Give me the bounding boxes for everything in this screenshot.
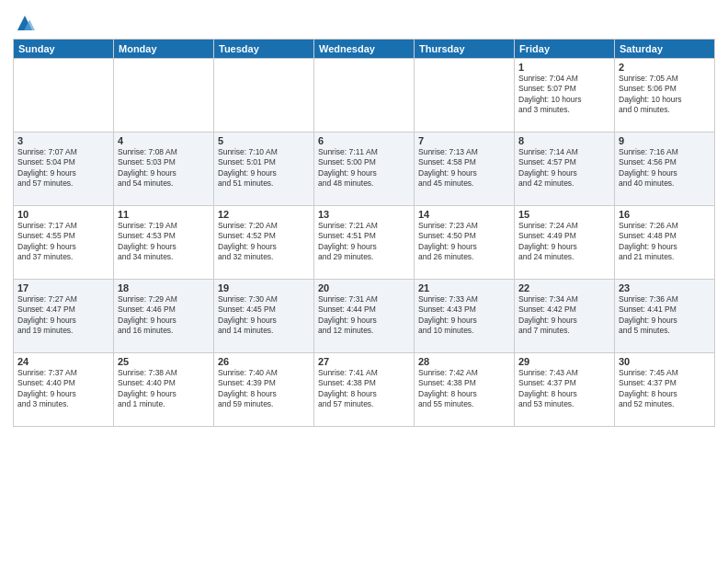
day-info: Sunrise: 7:08 AM Sunset: 5:03 PM Dayligh… xyxy=(118,147,210,190)
calendar-cell: 29Sunrise: 7:43 AM Sunset: 4:37 PM Dayli… xyxy=(515,353,615,427)
day-number: 18 xyxy=(118,282,210,293)
page: SundayMondayTuesdayWednesdayThursdayFrid… xyxy=(0,0,728,563)
day-number: 27 xyxy=(318,356,410,367)
day-info: Sunrise: 7:19 AM Sunset: 4:53 PM Dayligh… xyxy=(118,221,210,263)
day-number: 17 xyxy=(17,282,109,293)
calendar-cell: 30Sunrise: 7:45 AM Sunset: 4:37 PM Dayli… xyxy=(615,353,715,427)
day-number: 10 xyxy=(17,209,109,220)
calendar-cell xyxy=(114,59,214,132)
calendar-cell: 8Sunrise: 7:14 AM Sunset: 4:57 PM Daylig… xyxy=(515,132,615,206)
day-number: 12 xyxy=(218,209,310,220)
day-number: 25 xyxy=(118,356,210,367)
day-info: Sunrise: 7:36 AM Sunset: 4:41 PM Dayligh… xyxy=(619,294,711,337)
day-info: Sunrise: 7:23 AM Sunset: 4:50 PM Dayligh… xyxy=(418,221,510,263)
day-info: Sunrise: 7:40 AM Sunset: 4:39 PM Dayligh… xyxy=(218,368,310,410)
day-info: Sunrise: 7:33 AM Sunset: 4:43 PM Dayligh… xyxy=(418,294,510,337)
day-info: Sunrise: 7:10 AM Sunset: 5:01 PM Dayligh… xyxy=(218,147,310,190)
day-number: 15 xyxy=(518,209,610,220)
col-header-saturday: Saturday xyxy=(615,40,715,59)
col-header-thursday: Thursday xyxy=(415,40,515,59)
day-info: Sunrise: 7:37 AM Sunset: 4:40 PM Dayligh… xyxy=(17,368,109,410)
day-number: 24 xyxy=(17,356,109,367)
week-row-2: 3Sunrise: 7:07 AM Sunset: 5:04 PM Daylig… xyxy=(14,132,715,206)
calendar-cell xyxy=(14,59,114,132)
header xyxy=(13,9,715,33)
day-info: Sunrise: 7:31 AM Sunset: 4:44 PM Dayligh… xyxy=(318,294,410,337)
day-number: 13 xyxy=(318,209,410,220)
calendar-cell xyxy=(214,59,314,132)
calendar-cell: 5Sunrise: 7:10 AM Sunset: 5:01 PM Daylig… xyxy=(214,132,314,206)
calendar-cell: 9Sunrise: 7:16 AM Sunset: 4:56 PM Daylig… xyxy=(615,132,715,206)
day-number: 23 xyxy=(619,282,711,293)
calendar-cell: 19Sunrise: 7:30 AM Sunset: 4:45 PM Dayli… xyxy=(214,280,314,353)
calendar-cell: 7Sunrise: 7:13 AM Sunset: 4:58 PM Daylig… xyxy=(415,132,515,206)
day-info: Sunrise: 7:30 AM Sunset: 4:45 PM Dayligh… xyxy=(218,294,310,337)
day-number: 6 xyxy=(318,135,410,146)
calendar-cell: 27Sunrise: 7:41 AM Sunset: 4:38 PM Dayli… xyxy=(314,353,415,427)
logo-icon xyxy=(15,13,35,33)
calendar-cell: 1Sunrise: 7:04 AM Sunset: 5:07 PM Daylig… xyxy=(515,59,615,132)
calendar-cell: 23Sunrise: 7:36 AM Sunset: 4:41 PM Dayli… xyxy=(615,280,715,353)
day-info: Sunrise: 7:45 AM Sunset: 4:37 PM Dayligh… xyxy=(619,368,711,410)
calendar-table: SundayMondayTuesdayWednesdayThursdayFrid… xyxy=(13,39,715,427)
day-info: Sunrise: 7:17 AM Sunset: 4:55 PM Dayligh… xyxy=(17,221,109,263)
logo xyxy=(13,13,35,33)
day-info: Sunrise: 7:26 AM Sunset: 4:48 PM Dayligh… xyxy=(619,221,711,263)
day-number: 22 xyxy=(518,282,610,293)
day-number: 21 xyxy=(418,282,510,293)
day-number: 26 xyxy=(218,356,310,367)
day-number: 11 xyxy=(118,209,210,220)
day-info: Sunrise: 7:41 AM Sunset: 4:38 PM Dayligh… xyxy=(318,368,410,410)
calendar-cell: 16Sunrise: 7:26 AM Sunset: 4:48 PM Dayli… xyxy=(615,206,715,280)
calendar-cell: 10Sunrise: 7:17 AM Sunset: 4:55 PM Dayli… xyxy=(14,206,114,280)
calendar-cell: 25Sunrise: 7:38 AM Sunset: 4:40 PM Dayli… xyxy=(114,353,214,427)
day-number: 2 xyxy=(619,62,711,73)
calendar-cell: 11Sunrise: 7:19 AM Sunset: 4:53 PM Dayli… xyxy=(114,206,214,280)
calendar-cell: 14Sunrise: 7:23 AM Sunset: 4:50 PM Dayli… xyxy=(415,206,515,280)
day-info: Sunrise: 7:20 AM Sunset: 4:52 PM Dayligh… xyxy=(218,221,310,263)
day-info: Sunrise: 7:42 AM Sunset: 4:38 PM Dayligh… xyxy=(418,368,510,410)
day-info: Sunrise: 7:29 AM Sunset: 4:46 PM Dayligh… xyxy=(118,294,210,337)
calendar-cell: 21Sunrise: 7:33 AM Sunset: 4:43 PM Dayli… xyxy=(415,280,515,353)
day-number: 1 xyxy=(518,62,610,73)
day-info: Sunrise: 7:05 AM Sunset: 5:06 PM Dayligh… xyxy=(619,74,711,116)
day-info: Sunrise: 7:43 AM Sunset: 4:37 PM Dayligh… xyxy=(518,368,610,410)
col-header-sunday: Sunday xyxy=(14,40,114,59)
day-number: 7 xyxy=(418,135,510,146)
day-number: 30 xyxy=(619,356,711,367)
day-info: Sunrise: 7:27 AM Sunset: 4:47 PM Dayligh… xyxy=(17,294,109,337)
day-info: Sunrise: 7:38 AM Sunset: 4:40 PM Dayligh… xyxy=(118,368,210,410)
day-number: 8 xyxy=(518,135,610,146)
day-info: Sunrise: 7:34 AM Sunset: 4:42 PM Dayligh… xyxy=(518,294,610,337)
calendar-cell: 6Sunrise: 7:11 AM Sunset: 5:00 PM Daylig… xyxy=(314,132,415,206)
col-header-wednesday: Wednesday xyxy=(314,40,415,59)
day-info: Sunrise: 7:24 AM Sunset: 4:49 PM Dayligh… xyxy=(518,221,610,263)
day-info: Sunrise: 7:13 AM Sunset: 4:58 PM Dayligh… xyxy=(418,147,510,190)
calendar-cell: 26Sunrise: 7:40 AM Sunset: 4:39 PM Dayli… xyxy=(214,353,314,427)
col-header-tuesday: Tuesday xyxy=(214,40,314,59)
week-row-1: 1Sunrise: 7:04 AM Sunset: 5:07 PM Daylig… xyxy=(14,59,715,132)
calendar-cell: 4Sunrise: 7:08 AM Sunset: 5:03 PM Daylig… xyxy=(114,132,214,206)
day-info: Sunrise: 7:21 AM Sunset: 4:51 PM Dayligh… xyxy=(318,221,410,263)
col-header-friday: Friday xyxy=(515,40,615,59)
day-number: 29 xyxy=(518,356,610,367)
day-number: 14 xyxy=(418,209,510,220)
calendar-cell: 12Sunrise: 7:20 AM Sunset: 4:52 PM Dayli… xyxy=(214,206,314,280)
calendar-cell: 20Sunrise: 7:31 AM Sunset: 4:44 PM Dayli… xyxy=(314,280,415,353)
day-info: Sunrise: 7:04 AM Sunset: 5:07 PM Dayligh… xyxy=(518,74,610,116)
week-row-4: 17Sunrise: 7:27 AM Sunset: 4:47 PM Dayli… xyxy=(14,280,715,353)
calendar-cell: 2Sunrise: 7:05 AM Sunset: 5:06 PM Daylig… xyxy=(615,59,715,132)
calendar-cell xyxy=(415,59,515,132)
calendar-cell: 13Sunrise: 7:21 AM Sunset: 4:51 PM Dayli… xyxy=(314,206,415,280)
day-number: 4 xyxy=(118,135,210,146)
day-number: 3 xyxy=(17,135,109,146)
day-info: Sunrise: 7:16 AM Sunset: 4:56 PM Dayligh… xyxy=(619,147,711,190)
week-row-3: 10Sunrise: 7:17 AM Sunset: 4:55 PM Dayli… xyxy=(14,206,715,280)
calendar-cell: 28Sunrise: 7:42 AM Sunset: 4:38 PM Dayli… xyxy=(415,353,515,427)
day-number: 20 xyxy=(318,282,410,293)
day-number: 16 xyxy=(619,209,711,220)
calendar-cell: 18Sunrise: 7:29 AM Sunset: 4:46 PM Dayli… xyxy=(114,280,214,353)
week-row-5: 24Sunrise: 7:37 AM Sunset: 4:40 PM Dayli… xyxy=(14,353,715,427)
calendar-cell xyxy=(314,59,415,132)
calendar-cell: 15Sunrise: 7:24 AM Sunset: 4:49 PM Dayli… xyxy=(515,206,615,280)
